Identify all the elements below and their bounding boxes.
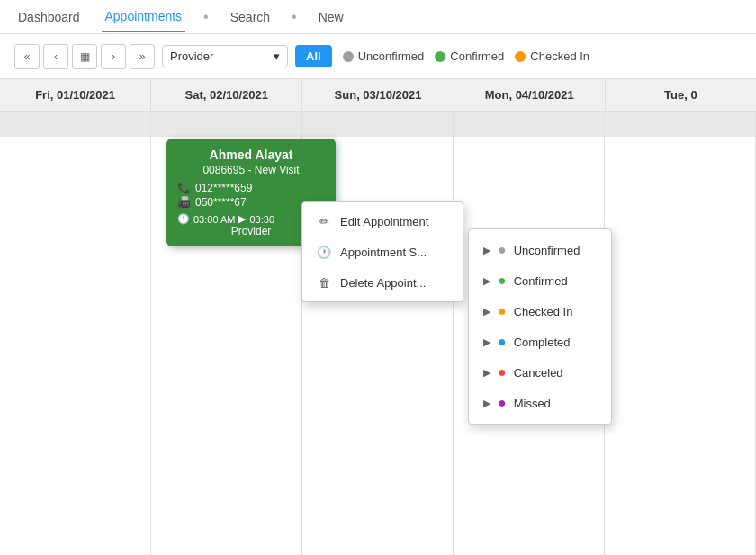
status-missed-item[interactable]: ▶ ● Missed — [469, 388, 611, 418]
confirmed-label: Confirmed — [450, 49, 504, 63]
chevron-down-icon: ▾ — [274, 49, 280, 63]
delete-label: Delete Appoint... — [340, 276, 426, 290]
canceled-indicator: ● — [498, 364, 507, 380]
double-next-button[interactable]: » — [130, 44, 155, 69]
provider-label: Provider — [170, 49, 213, 63]
confirmed-dot — [435, 51, 446, 62]
right-icon: › — [112, 50, 115, 63]
missed-indicator: ● — [498, 395, 507, 411]
context-menu: ✏ Edit Appointment 🕐 Appointment S... 🗑 … — [302, 201, 464, 302]
calendar-view-button[interactable]: ▦ — [72, 44, 97, 69]
toolbar: « ‹ ▦ › » Provider ▾ All Unconfirmed Con… — [0, 34, 756, 79]
date-fri[interactable]: Fri, 01/10/2021 — [0, 79, 151, 111]
calendar-body: Ahmed Alayat 0086695 - New Visit 📞 012**… — [0, 112, 756, 555]
date-sun[interactable]: Sun, 03/10/2021 — [302, 79, 454, 111]
appointment-patient-name: Ahmed Alayat — [177, 148, 325, 162]
col-fri — [0, 112, 151, 555]
nav-dashboard[interactable]: Dashboard — [14, 3, 84, 31]
all-filter-button[interactable]: All — [295, 45, 332, 67]
prev-button[interactable]: ‹ — [43, 44, 68, 69]
time-end: 03:30 — [249, 214, 274, 225]
status-checkedin: Checked In — [515, 49, 590, 63]
submenu-arrow-canceled: ▶ — [483, 367, 490, 379]
edit-appointment-item[interactable]: ✏ Edit Appointment — [302, 206, 463, 237]
unconfirmed-dot — [343, 51, 354, 62]
col-tue — [605, 112, 756, 555]
double-left-icon: « — [24, 50, 31, 63]
status-missed-label: Missed — [514, 397, 551, 410]
delete-appointment-item[interactable]: 🗑 Delete Appoint... — [302, 267, 463, 298]
status-checkedin-item[interactable]: ▶ ● Checked In — [469, 296, 611, 327]
fax-icon: 📠 — [177, 196, 191, 209]
status-clock-icon: 🕐 — [317, 245, 331, 259]
submenu-arrow-unconfirmed: ▶ — [483, 245, 490, 256]
status-confirmed: Confirmed — [435, 49, 504, 63]
nav-search[interactable]: Search — [227, 3, 274, 31]
date-sat[interactable]: Sat, 02/10/2021 — [151, 79, 302, 111]
date-tue[interactable]: Tue, 0 — [606, 79, 756, 111]
nav-separator: • — [203, 9, 209, 25]
calendar-icon: ▦ — [80, 50, 90, 63]
appointment-id: 0086695 - New Visit — [177, 164, 325, 176]
status-submenu: ▶ ● Unconfirmed ▶ ● Confirmed ▶ ● Checke… — [468, 228, 612, 425]
phone-icon: 📞 — [177, 182, 191, 194]
submenu-arrow-confirmed: ▶ — [483, 275, 490, 287]
submenu-arrow-checkedin: ▶ — [483, 306, 490, 318]
provider-dropdown[interactable]: Provider ▾ — [162, 45, 288, 67]
appointment-status-item[interactable]: 🕐 Appointment S... — [302, 237, 463, 267]
checkedin-indicator: ● — [498, 303, 507, 319]
phone1-value: 012*****659 — [195, 182, 252, 194]
status-confirmed-label: Confirmed — [514, 274, 568, 288]
time-arrow: ▶ — [238, 213, 246, 225]
delete-icon: 🗑 — [317, 275, 331, 290]
phone2-value: 050*****67 — [195, 196, 247, 209]
checkedin-dot — [515, 51, 526, 62]
left-icon: ‹ — [54, 50, 58, 63]
time-start: 03:00 AM — [194, 214, 235, 225]
status-completed-label: Completed — [514, 336, 571, 349]
submenu-arrow-missed: ▶ — [483, 398, 490, 409]
unconfirmed-label: Unconfirmed — [358, 49, 425, 63]
status-unconfirmed-item[interactable]: ▶ ● Unconfirmed — [469, 235, 611, 265]
nav-separator2: • — [292, 9, 297, 25]
nav-buttons: « ‹ ▦ › » — [14, 44, 155, 69]
status-completed-item[interactable]: ▶ ● Completed — [469, 327, 611, 357]
double-prev-button[interactable]: « — [14, 44, 40, 69]
top-navigation: Dashboard Appointments • Search • New — [0, 0, 756, 34]
status-confirmed-item[interactable]: ▶ ● Confirmed — [469, 265, 611, 296]
edit-icon: ✏ — [317, 214, 331, 228]
double-right-icon: » — [140, 50, 146, 63]
status-checkedin-label: Checked In — [514, 305, 573, 318]
date-header: Fri, 01/10/2021 Sat, 02/10/2021 Sun, 03/… — [0, 79, 756, 112]
submenu-arrow-completed: ▶ — [483, 336, 490, 348]
status-canceled-item[interactable]: ▶ ● Canceled — [469, 357, 611, 388]
status-label: Appointment S... — [340, 246, 427, 259]
status-indicators: Unconfirmed Confirmed Checked In — [343, 49, 590, 63]
unconfirmed-indicator: ● — [498, 242, 507, 258]
confirmed-indicator: ● — [498, 273, 507, 289]
appointment-phone1: 📞 012*****659 — [177, 182, 325, 194]
clock-icon: 🕐 — [177, 213, 190, 225]
next-button[interactable]: › — [101, 44, 126, 69]
checkedin-label: Checked In — [530, 49, 590, 63]
nav-new[interactable]: New — [315, 3, 347, 31]
status-canceled-label: Canceled — [514, 366, 563, 380]
status-unconfirmed-label: Unconfirmed — [514, 244, 580, 257]
date-mon[interactable]: Mon, 04/10/2021 — [454, 79, 606, 111]
nav-appointments[interactable]: Appointments — [102, 2, 186, 32]
completed-indicator: ● — [498, 334, 507, 350]
edit-label: Edit Appointment — [340, 215, 428, 228]
status-unconfirmed: Unconfirmed — [343, 49, 425, 63]
